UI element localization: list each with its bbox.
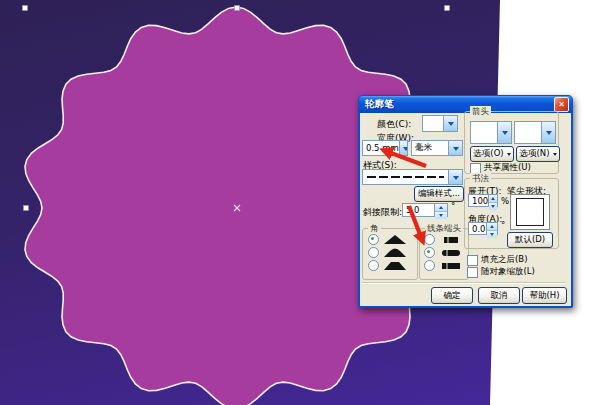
- stretch-value[interactable]: 100: [468, 194, 488, 207]
- share-attributes-label: 共享属性(U): [484, 162, 531, 174]
- ok-button[interactable]: 确定: [431, 287, 473, 304]
- default-button-label: 默认(D): [515, 234, 545, 246]
- width-dropdown-button[interactable]: [399, 141, 408, 155]
- calligraphy-group-label: 书法: [470, 173, 491, 185]
- width-unit-value: 毫米: [412, 142, 448, 154]
- chevron-down-icon: [448, 122, 454, 129]
- stretch-spinner[interactable]: 100: [468, 194, 498, 207]
- width-unit-combo[interactable]: 毫米: [411, 140, 463, 156]
- round-corner-icon: [383, 247, 407, 258]
- miter-limit-label: 斜接限制:: [363, 206, 402, 219]
- dialog-title: 轮廓笔: [365, 98, 554, 111]
- arrow-down-icon: [490, 233, 494, 238]
- cap-square-option[interactable]: [424, 260, 461, 271]
- behind-fill-checkbox[interactable]: [467, 255, 478, 266]
- arrow-up-icon: [491, 195, 495, 200]
- handle-middle-left: [24, 206, 29, 211]
- color-dropdown-button[interactable]: [443, 116, 457, 131]
- miter-unit: °: [451, 201, 455, 211]
- options-start-button[interactable]: 选项(O): [470, 146, 514, 162]
- corner-bevel-option[interactable]: [368, 260, 407, 271]
- unit-dropdown-button[interactable]: [448, 141, 462, 155]
- square-cap-icon: [439, 262, 461, 270]
- handle-top-left: [23, 6, 28, 11]
- chevron-down-icon: [502, 131, 508, 138]
- options-end-button[interactable]: 选项(N): [516, 146, 560, 162]
- chevron-down-icon: [553, 153, 557, 158]
- behind-fill-option[interactable]: 填充之后(B): [467, 254, 527, 266]
- spin-up-button[interactable]: [435, 204, 447, 211]
- default-button[interactable]: 默认(D): [507, 232, 553, 248]
- bevel-corner-icon: [383, 260, 407, 271]
- spin-down-button[interactable]: [435, 211, 447, 219]
- miter-limit-value[interactable]: 5.0: [402, 203, 434, 217]
- end-arrow-dropdown-button[interactable]: [541, 122, 555, 143]
- corner-miter-option[interactable]: [368, 234, 407, 245]
- arrow-up-icon: [439, 204, 443, 209]
- share-attributes-checkbox[interactable]: [470, 163, 481, 174]
- spin-down-button[interactable]: [489, 202, 497, 210]
- line-style-preview-icon: [367, 176, 444, 178]
- angle-unit: °: [501, 220, 505, 230]
- radio-bevel-corner[interactable]: [368, 260, 379, 271]
- radio-round-cap[interactable]: [424, 247, 435, 258]
- scale-with-object-checkbox[interactable]: [467, 267, 478, 278]
- corner-round-option[interactable]: [368, 247, 407, 258]
- angle-spinner[interactable]: 0.0: [468, 222, 498, 235]
- start-arrowhead-combo[interactable]: [470, 121, 512, 144]
- arrow-up-icon: [490, 223, 494, 228]
- handle-top-right: [445, 6, 450, 11]
- help-button[interactable]: 帮助(H): [522, 287, 567, 304]
- radio-round-corner[interactable]: [368, 247, 379, 258]
- cancel-button-label: 取消: [491, 290, 508, 302]
- divider: [362, 282, 565, 284]
- chevron-down-icon: [507, 153, 511, 158]
- line-style-combo[interactable]: [362, 169, 463, 185]
- cancel-button[interactable]: 取消: [478, 287, 520, 304]
- butt-cap-icon: [439, 236, 461, 244]
- coreldraw-workspace: 轮廓笔 ✕ 颜色(C): 宽度(W): 0.5 mm 毫米 样式(S): 编辑样…: [0, 0, 600, 405]
- chevron-down-icon: [546, 131, 552, 138]
- scale-with-object-label: 随对象缩放(L): [481, 266, 535, 278]
- outline-pen-dialog: 轮廓笔 ✕ 颜色(C): 宽度(W): 0.5 mm 毫米 样式(S): 编辑样…: [358, 95, 573, 308]
- width-combo[interactable]: 0.5 mm: [362, 140, 408, 156]
- round-cap-icon: [439, 249, 461, 257]
- ok-button-label: 确定: [444, 290, 461, 302]
- scale-with-object-option[interactable]: 随对象缩放(L): [467, 266, 535, 278]
- edit-style-label: 编辑样式...: [418, 188, 460, 200]
- outline-color-picker[interactable]: [422, 115, 458, 132]
- cap-butt-option[interactable]: [424, 234, 461, 245]
- radio-square-cap[interactable]: [424, 260, 435, 271]
- width-value: 0.5 mm: [363, 143, 399, 153]
- arrow-down-icon: [439, 214, 443, 219]
- radio-butt-cap[interactable]: [424, 234, 435, 245]
- style-dropdown-button[interactable]: [448, 170, 462, 184]
- cap-round-option[interactable]: [424, 247, 461, 258]
- spin-up-button[interactable]: [489, 195, 497, 202]
- handle-top-center: [235, 6, 240, 11]
- spin-down-button[interactable]: [487, 230, 497, 238]
- chevron-down-icon: [453, 176, 459, 183]
- arrow-down-icon: [491, 205, 495, 210]
- edit-style-button[interactable]: 编辑样式...: [414, 186, 464, 202]
- close-icon[interactable]: ✕: [554, 97, 569, 112]
- radio-miter-corner[interactable]: [368, 234, 379, 245]
- miter-limit-spinner[interactable]: 5.0: [402, 203, 448, 217]
- nib-shape-preview[interactable]: [510, 194, 550, 230]
- options-end-label: 选项(N): [520, 148, 550, 160]
- square-nib-icon: [516, 198, 544, 226]
- chevron-down-icon: [403, 147, 408, 154]
- spin-up-button[interactable]: [487, 223, 497, 230]
- chevron-down-icon: [453, 147, 459, 154]
- options-start-label: 选项(O): [473, 148, 503, 160]
- arrowheads-group-label: 箭头: [470, 106, 491, 118]
- angle-value[interactable]: 0.0: [468, 222, 486, 235]
- color-label: 颜色(C):: [377, 118, 411, 131]
- behind-fill-label: 填充之后(B): [481, 254, 527, 266]
- miter-corner-icon: [383, 234, 407, 245]
- help-button-label: 帮助(H): [529, 290, 559, 302]
- start-arrow-dropdown-button[interactable]: [497, 122, 511, 143]
- end-arrowhead-combo[interactable]: [514, 121, 556, 144]
